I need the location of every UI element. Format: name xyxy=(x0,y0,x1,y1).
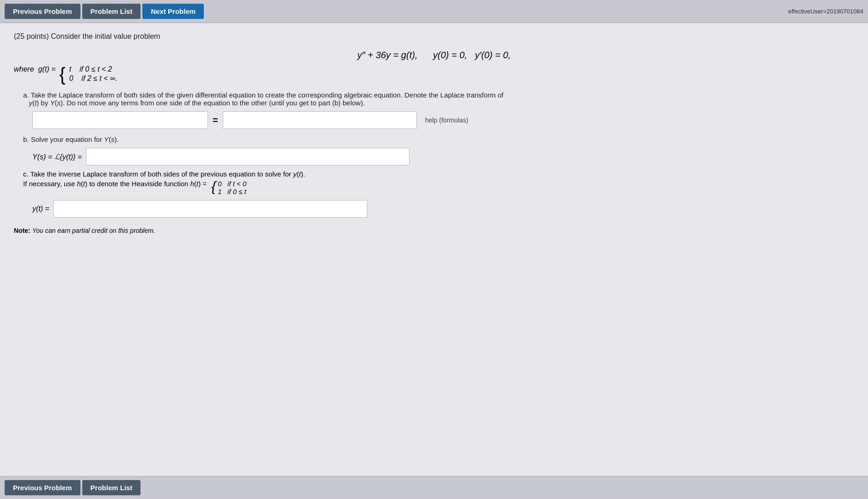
next-problem-button[interactable]: Next Problem xyxy=(142,4,204,19)
problem-list-button[interactable]: Problem List xyxy=(82,4,141,19)
where-label: where g(t) = xyxy=(14,65,55,73)
part-c-row: y(t) = xyxy=(32,200,854,218)
main-content: (25 points) Consider the initial value p… xyxy=(0,23,868,485)
h-case-2: 1 if 0 ≤ t xyxy=(218,188,246,195)
top-navigation: Previous Problem Problem List Next Probl… xyxy=(0,0,868,23)
heaviside-brace: { xyxy=(211,180,216,194)
part-c-label: c. Take the inverse Laplace transform of… xyxy=(23,170,854,178)
bottom-previous-button[interactable]: Previous Problem xyxy=(5,480,80,495)
main-equation-text: y″ + 36y = g(t), y(0) = 0, y′(0) = 0, xyxy=(357,50,511,60)
bottom-navigation: Previous Problem Problem List xyxy=(0,476,868,499)
problem-header: (25 points) Consider the initial value p… xyxy=(14,32,854,41)
previous-problem-button[interactable]: Previous Problem xyxy=(5,4,80,19)
part-a-input-row: = help (formulas) xyxy=(32,111,854,129)
brace-symbol: { xyxy=(59,65,65,84)
part-a-right-input[interactable] xyxy=(223,111,417,129)
heaviside-cases: { 0 if t < 0 1 if 0 ≤ t xyxy=(211,180,246,195)
help-formulas-link[interactable]: help (formulas) xyxy=(425,116,468,124)
part-c-input[interactable] xyxy=(53,200,367,218)
where-block: where g(t) = { t if 0 ≤ t < 2 0 if 2 ≤ t… xyxy=(14,65,854,84)
equals-sign: = xyxy=(213,115,218,126)
bottom-list-button[interactable]: Problem List xyxy=(82,480,141,495)
case-2: 0 if 2 ≤ t < ∞. xyxy=(69,74,117,83)
part-c-heaviside-def: If necessary, use h(t) to denote the Hea… xyxy=(23,180,854,195)
part-a-left-input[interactable] xyxy=(32,111,208,129)
user-id: effectiveUser=20190701084 xyxy=(788,8,863,15)
h-cases-block: 0 if t < 0 1 if 0 ≤ t xyxy=(218,180,246,195)
part-b-prefix: Y(s) = ℒ{y(t)} = xyxy=(32,152,84,161)
h-case-1: 0 if t < 0 xyxy=(218,180,246,188)
case-1: t if 0 ≤ t < 2 xyxy=(69,65,117,73)
note-section: Note: You can earn partial credit on thi… xyxy=(14,227,854,234)
heaviside-prefix: If necessary, use h(t) to denote the Hea… xyxy=(23,180,208,188)
brace-block: { t if 0 ≤ t < 2 0 if 2 ≤ t < ∞. xyxy=(59,65,117,84)
note-bold: Note: xyxy=(14,227,31,234)
part-a-label: a. Take the Laplace transform of both si… xyxy=(23,91,854,107)
part-b-row: Y(s) = ℒ{y(t)} = xyxy=(32,148,854,165)
main-equation: y″ + 36y = g(t), y(0) = 0, y′(0) = 0, xyxy=(14,50,854,61)
part-b-input[interactable] xyxy=(86,148,410,165)
note-italic: You can earn partial credit on this prob… xyxy=(32,227,155,234)
part-c-prefix: y(t) = xyxy=(32,205,51,213)
part-b-label: b. Solve your equation for Y(s). xyxy=(23,135,854,143)
cases-block: t if 0 ≤ t < 2 0 if 2 ≤ t < ∞. xyxy=(69,65,117,84)
